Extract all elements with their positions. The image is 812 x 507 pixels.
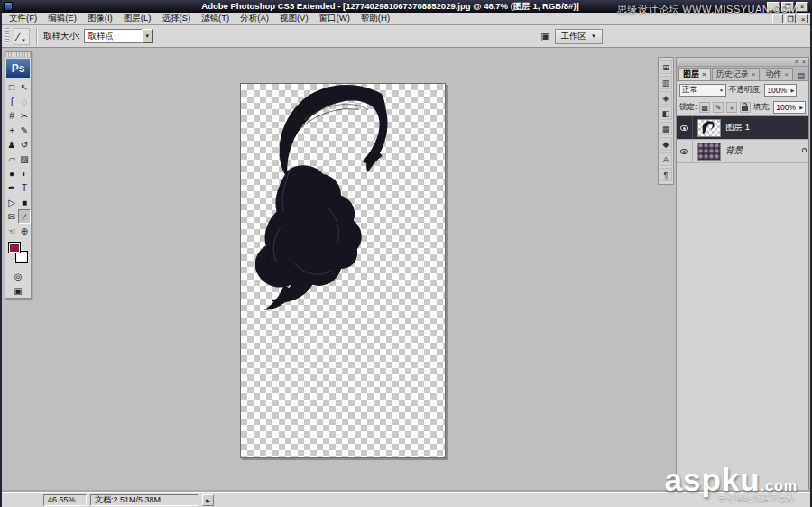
- opacity-input[interactable]: 100% ▶: [764, 84, 797, 97]
- sample-size-value: 取样点: [84, 29, 142, 43]
- opacity-arrow-icon: ▶: [791, 88, 795, 93]
- swatches-icon[interactable]: ▦: [660, 122, 672, 135]
- fill-value: 100%: [776, 103, 796, 112]
- menu-select[interactable]: 选择(S): [156, 13, 196, 24]
- eye-icon: [680, 125, 688, 131]
- layer-name: 背景: [725, 145, 743, 157]
- menu-file[interactable]: 文件(F): [4, 13, 42, 24]
- blend-mode-select[interactable]: 正常 ▼: [679, 84, 726, 97]
- tab-actions-close-icon[interactable]: ×: [784, 70, 789, 78]
- color-icon[interactable]: ◧: [660, 106, 672, 120]
- histogram-icon[interactable]: ▥: [660, 76, 672, 89]
- hand-tool[interactable]: ☜: [5, 224, 18, 238]
- visibility-toggle[interactable]: [677, 140, 693, 162]
- workspace-button[interactable]: 工作区 ▼: [555, 29, 603, 44]
- status-menu-button[interactable]: ▶: [202, 494, 214, 506]
- screen-mode-button[interactable]: ▣: [5, 283, 31, 298]
- quick-mask-button[interactable]: ◎: [5, 269, 31, 283]
- layer-list: 图层 1 背景: [677, 115, 808, 491]
- crop-tool[interactable]: #: [5, 108, 18, 123]
- rectangular-marquee-tool[interactable]: □: [5, 79, 18, 94]
- notes-tool[interactable]: ✉: [5, 209, 18, 224]
- dock-title-bar: » ×: [677, 58, 808, 67]
- info-icon[interactable]: ◈: [660, 91, 672, 105]
- collapsed-panel-dock: ⊞ ▥ ◈ ◧ ▦ ◆ A ¶: [658, 57, 674, 185]
- spot-healing-brush-tool[interactable]: ＋: [5, 123, 18, 137]
- menu-analysis[interactable]: 分析(A): [235, 13, 274, 24]
- lock-all-icon[interactable]: [740, 102, 751, 113]
- clone-stamp-tool[interactable]: ♟: [5, 137, 18, 152]
- foreground-color-swatch[interactable]: [8, 242, 21, 254]
- custom-shape-tool[interactable]: ■: [18, 195, 31, 209]
- menu-filter[interactable]: 滤镜(T): [196, 13, 235, 24]
- background-thumbnail[interactable]: [697, 143, 721, 161]
- doc-close-button[interactable]: ×: [798, 14, 808, 23]
- collapse-dock-icon[interactable]: »: [795, 59, 798, 65]
- path-selection-tool[interactable]: ▷: [5, 195, 18, 209]
- options-bar-grip[interactable]: [5, 28, 9, 44]
- panel-dock: » × 图层 × 历史记录 × 动作 × ▤ 正常 ▼ 不透明度: 100% ▶…: [676, 57, 809, 492]
- document-info: 文档:2.51M/5.38M: [90, 494, 198, 506]
- tab-layers[interactable]: 图层 ×: [678, 68, 711, 80]
- chevron-down-icon[interactable]: ▼: [142, 29, 153, 43]
- doc-minimize-button[interactable]: _: [772, 14, 783, 23]
- lock-position-icon[interactable]: ＋: [726, 102, 737, 113]
- opacity-value: 100%: [767, 86, 787, 95]
- pen-tool[interactable]: ✒: [5, 180, 18, 195]
- app-icon: [4, 2, 13, 11]
- sample-size-label: 取样大小:: [43, 31, 80, 42]
- visibility-toggle[interactable]: [677, 116, 693, 139]
- type-tool[interactable]: T: [18, 180, 31, 195]
- document-canvas[interactable]: [240, 83, 446, 458]
- restore-button[interactable]: ❐: [781, 2, 794, 12]
- eraser-tool[interactable]: ▱: [5, 152, 18, 166]
- tool-preset-arrow-icon: ▼: [21, 38, 26, 43]
- lock-transparency-icon[interactable]: ▩: [699, 102, 710, 113]
- history-brush-tool[interactable]: ↺: [18, 137, 31, 152]
- paragraph-icon[interactable]: ¶: [660, 168, 672, 181]
- workspace-area: ▣ 工作区 ▼: [540, 29, 603, 44]
- layer-row-layer1[interactable]: 图层 1: [677, 116, 808, 140]
- photoshop-window: { "ui": { "close": "×", "min": "_", "res…: [0, 0, 812, 507]
- menu-view[interactable]: 视图(V): [274, 13, 314, 24]
- zoom-level-input[interactable]: 46.65%: [43, 494, 87, 506]
- menu-image[interactable]: 图像(I): [82, 13, 118, 24]
- character-icon[interactable]: A: [660, 152, 672, 166]
- panel-menu-icon[interactable]: ▤: [797, 71, 807, 80]
- styles-icon[interactable]: ◆: [660, 137, 672, 151]
- move-tool[interactable]: ↖: [18, 79, 31, 94]
- dodge-tool[interactable]: ◐: [18, 166, 31, 180]
- tab-history-close-icon[interactable]: ×: [752, 70, 756, 78]
- menu-window[interactable]: 窗口(W): [314, 13, 355, 24]
- tab-layers-close-icon[interactable]: ×: [702, 70, 706, 78]
- doc-restore-button[interactable]: ❐: [785, 14, 796, 23]
- current-tool-button[interactable]: ∕ ▼: [14, 28, 30, 45]
- quick-selection-tool[interactable]: ◌: [18, 94, 31, 108]
- brush-tool[interactable]: ✎: [18, 123, 31, 137]
- lasso-tool[interactable]: ʃ: [5, 94, 18, 108]
- blend-mode-row: 正常 ▼ 不透明度: 100% ▶: [677, 81, 808, 98]
- layer1-thumbnail[interactable]: [697, 119, 721, 137]
- layer-row-background[interactable]: 背景: [677, 140, 808, 163]
- minimize-button[interactable]: _: [767, 2, 780, 12]
- zoom-tool[interactable]: ⊕: [18, 224, 31, 238]
- gradient-tool[interactable]: ▨: [18, 152, 31, 166]
- lock-pixels-icon[interactable]: ✎: [713, 102, 724, 113]
- navigator-icon[interactable]: ⊞: [660, 60, 672, 74]
- palette-well-icon[interactable]: ▣: [540, 31, 549, 42]
- fill-arrow-icon: ▶: [799, 105, 803, 110]
- tab-actions[interactable]: 动作 ×: [761, 68, 793, 80]
- close-button[interactable]: ×: [796, 2, 808, 12]
- slice-tool[interactable]: ✂: [18, 108, 31, 123]
- menu-help[interactable]: 帮助(H): [355, 13, 395, 24]
- tab-history[interactable]: 历史记录 ×: [712, 68, 761, 80]
- menu-layer[interactable]: 图层(L): [118, 13, 157, 24]
- fill-input[interactable]: 100% ▶: [773, 101, 806, 114]
- sample-size-select[interactable]: 取样点 ▼: [84, 29, 153, 43]
- blur-tool[interactable]: ●: [5, 166, 18, 180]
- eyedropper-tool[interactable]: ∕: [18, 209, 31, 224]
- menu-edit[interactable]: 编辑(E): [42, 13, 82, 24]
- toolbox-grip[interactable]: [5, 52, 31, 58]
- dock-close-icon[interactable]: ×: [802, 59, 806, 65]
- options-bar: ∕ ▼ 取样大小: 取样点 ▼ ▣ 工作区 ▼: [2, 25, 810, 48]
